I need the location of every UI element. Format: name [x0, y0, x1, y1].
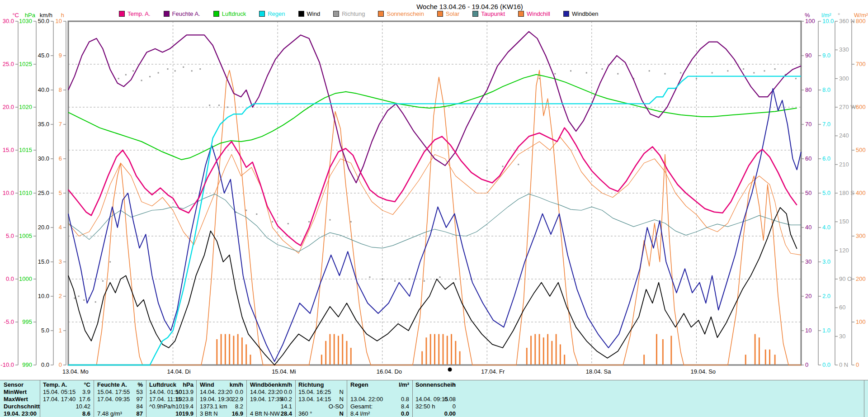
- axis-tick-label-sun: 5: [59, 190, 62, 196]
- table-cell-value: 22.9: [200, 396, 243, 403]
- axis-tick-label-humidity: 20: [805, 293, 811, 299]
- axis-tick-label-pressure: 1025: [19, 61, 32, 67]
- table-column-divider: [295, 380, 296, 417]
- table-cell-value: 1019.4: [149, 403, 193, 410]
- axis-tick-label-windspeed: 10.0: [38, 293, 49, 299]
- series-richtung-dot: [83, 299, 85, 301]
- date-label: 13.04. Mo: [62, 368, 89, 375]
- axis-tick-label-humidity: 10: [805, 327, 811, 334]
- axis-tick-label-rain: 7.0: [822, 121, 830, 128]
- series-taupunkt: [68, 194, 801, 251]
- series-richtung-dot: [102, 280, 104, 282]
- table-col-unit: %: [97, 381, 143, 389]
- series-richtung-dot: [209, 104, 210, 106]
- axis-tick-label-sun: 1: [59, 327, 62, 334]
- date-label: 15.04. Mi: [272, 368, 296, 375]
- axis-tick-label-humidity: 0: [805, 361, 808, 368]
- axis-tick-label-humidity: 70: [805, 121, 811, 128]
- series-richtung-dot: [350, 221, 352, 223]
- axis-tick-label-windspeed: 45.0: [38, 52, 49, 59]
- series-richtung-dot: [743, 68, 744, 70]
- weather-week-chart-window: Woche 13.04.26 - 19.04.26 (KW16) Temp. A…: [0, 0, 868, 417]
- axis-tick-label-direction: 120: [839, 247, 849, 254]
- date-label: 14.04. Di: [167, 368, 191, 375]
- series-richtung-dot: [118, 78, 119, 79]
- table-column-divider: [40, 380, 40, 417]
- series-richtung-dot: [486, 170, 488, 171]
- table-cell-value: 0.08: [415, 396, 456, 403]
- series-wind: [68, 208, 797, 365]
- table-cell-value: 84: [97, 403, 143, 410]
- table-cell-value: 8.2: [200, 403, 243, 410]
- table-cell-value: N: [298, 389, 344, 396]
- table-cell-value: 28.4: [250, 410, 292, 417]
- axis-tick-label-humidity: 50: [805, 190, 811, 196]
- table-cell-value: 14.1: [250, 403, 292, 410]
- table-cell-value: N: [298, 410, 344, 417]
- axis-tick-label-rain: 10.0: [822, 18, 834, 24]
- series-richtung-dot: [288, 223, 289, 224]
- series-richtung-dot: [409, 279, 410, 280]
- series-richtung-dot: [753, 72, 755, 74]
- axis-tick-label-solar: 0: [856, 361, 859, 368]
- axis-tick-label-sun: 6: [59, 155, 62, 162]
- table-column-divider: [146, 380, 146, 417]
- series-richtung-dot: [329, 219, 330, 221]
- axis-tick-label-rain: 3.0: [822, 258, 830, 265]
- axis-tick-label-direction: 240: [839, 132, 849, 139]
- series-windboen: [68, 89, 801, 361]
- series-richtung-dot: [664, 73, 665, 75]
- table-cell-value: 0.0: [250, 389, 292, 396]
- axis-tick-label-solar: 500: [856, 147, 866, 153]
- table-cell-value: 1013.9: [149, 389, 193, 396]
- axis-tick-label-temp: -10.0: [0, 361, 14, 368]
- axis-tick-label-pressure: 1010: [19, 190, 32, 196]
- table-cell-value: 0.0: [350, 410, 409, 417]
- date-label: 18.04. Sa: [586, 368, 611, 375]
- axis-tick-label-sun: 8: [59, 86, 62, 93]
- table-row-label: Sensor: [4, 381, 39, 389]
- axis-tick-label-temp: -5.0: [4, 318, 14, 325]
- series-richtung-dot: [570, 70, 571, 71]
- table-cell-value: 17.6: [43, 396, 90, 403]
- series-richtung-dot: [424, 280, 425, 282]
- axis-tick-label-temp: 15.0: [3, 147, 14, 153]
- series-richtung-dot: [394, 280, 396, 282]
- series-richtung-dot: [109, 261, 111, 263]
- table-cell-value: 1019.9: [149, 410, 193, 417]
- series-richtung-dot: [455, 279, 456, 280]
- table-col-unit: km/h: [200, 381, 243, 389]
- table-row-label: Durchschnitt: [4, 403, 39, 410]
- axis-tick-label-direction: 300: [839, 75, 849, 82]
- series-richtung-dot: [256, 213, 257, 215]
- table-cell-value: 1023.8: [149, 396, 193, 403]
- series-richtung-dot: [218, 104, 220, 106]
- axis-tick-label-solar: 800: [856, 18, 866, 24]
- series-richtung-dot: [74, 298, 75, 299]
- table-cell-value: 0.0: [200, 389, 243, 396]
- table-cell-value: 0.8: [350, 396, 409, 403]
- axis-tick-label-windspeed: 35.0: [38, 121, 49, 128]
- series-richtung-dot: [518, 164, 519, 165]
- axis-tick-label-sun: 7: [59, 121, 62, 128]
- axis-tick-label-solar: 100: [856, 318, 866, 325]
- series-richtung-dot: [795, 78, 797, 79]
- axis-tick-label-sun: 3: [59, 258, 62, 265]
- table-col-unit: l/m²: [350, 381, 409, 389]
- axis-tick-label-pressure: 1005: [19, 232, 32, 239]
- series-richtung-dot: [141, 80, 142, 81]
- series-richtung-dot: [712, 72, 713, 74]
- table-row-label: 19.04. 23:00: [4, 410, 39, 417]
- statistics-table: SensorMinWertMaxWertDurchschnitt19.04. 2…: [0, 380, 868, 417]
- axis-tick-label-windspeed: 15.0: [38, 258, 49, 265]
- axis-tick-label-pressure: 990: [22, 361, 32, 368]
- series-richtung-dot: [727, 70, 728, 71]
- series-richtung-dot: [167, 68, 168, 70]
- axis-tick-label-temp: 0.0: [6, 275, 14, 282]
- series-richtung-dot: [158, 72, 159, 74]
- table-cell-value: 8.6: [43, 410, 90, 417]
- axis-tick-label-sun: 0: [59, 361, 62, 368]
- axis-tick-label-humidity: 100: [805, 18, 815, 24]
- table-column-divider: [94, 380, 94, 417]
- date-label: 16.04. Do: [377, 368, 402, 375]
